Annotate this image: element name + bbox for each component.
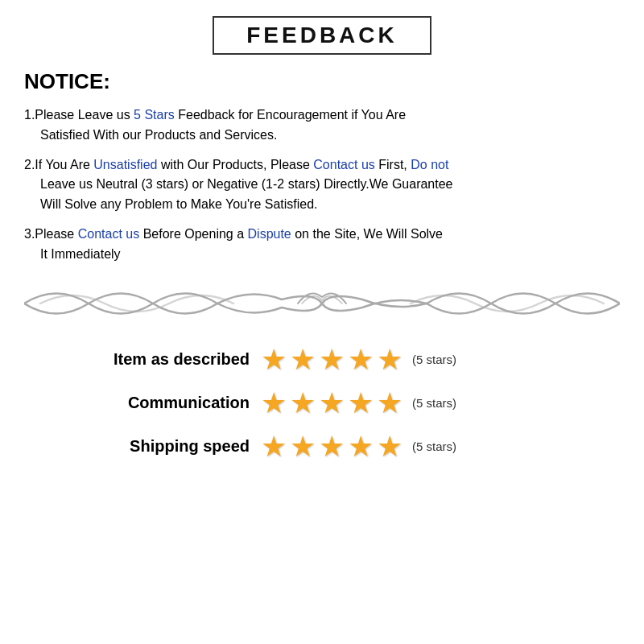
star-3: ★: [319, 432, 345, 461]
star-5: ★: [377, 345, 402, 374]
stars-label-communication: (5 stars): [412, 396, 456, 410]
notice-item-1: 1.Please Leave us 5 Stars Feedback for E…: [24, 105, 620, 146]
notice-2-unsatisfied: Unsatisfied: [93, 158, 157, 171]
notice-list: 1.Please Leave us 5 Stars Feedback for E…: [24, 105, 620, 265]
star-1: ★: [261, 432, 287, 461]
stars-communication: ★ ★ ★ ★ ★ (5 stars): [261, 389, 456, 418]
rating-label-communication: Communication: [40, 394, 250, 412]
star-2: ★: [290, 432, 316, 461]
feedback-header: FEEDBACK: [24, 16, 620, 55]
stars-shipping: ★ ★ ★ ★ ★ (5 stars): [261, 432, 456, 461]
rating-label-item: Item as described: [40, 350, 250, 369]
notice-2-prefix: 2.If You Are: [24, 158, 93, 171]
star-5: ★: [377, 432, 402, 461]
notice-title: NOTICE:: [24, 69, 620, 94]
star-1: ★: [261, 389, 287, 418]
star-3: ★: [319, 345, 345, 374]
star-3: ★: [319, 389, 345, 418]
notice-3-mid1: Before Opening a: [139, 227, 247, 241]
notice-item-3: 3.Please Contact us Before Opening a Dis…: [24, 225, 620, 265]
stars-label-item: (5 stars): [412, 353, 456, 366]
notice-1-indent: Satisfied With our Products and Services…: [40, 126, 620, 146]
stars-item: ★ ★ ★ ★ ★ (5 stars): [261, 345, 456, 374]
notice-1-highlight1: 5 Stars: [134, 108, 175, 122]
notice-1-text: Feedback for Encouragement if You Are: [175, 108, 406, 122]
notice-3-mid2: on the Site, We Will Solve: [291, 227, 443, 241]
notice-2-donot: Do not: [411, 158, 448, 171]
page: FEEDBACK NOTICE: 1.Please Leave us 5 Sta…: [0, 0, 644, 644]
rating-row-item: Item as described ★ ★ ★ ★ ★ (5 stars): [40, 345, 604, 374]
feedback-title: FEEDBACK: [213, 16, 431, 55]
star-5: ★: [377, 389, 402, 418]
ratings-section: Item as described ★ ★ ★ ★ ★ (5 stars) Co…: [24, 345, 620, 461]
decorative-divider: [24, 279, 620, 328]
star-4: ★: [348, 432, 374, 461]
rating-label-shipping: Shipping speed: [40, 437, 250, 456]
notice-item-2: 2.If You Are Unsatisfied with Our Produc…: [24, 155, 620, 215]
star-2: ★: [290, 389, 316, 418]
star-2: ★: [290, 345, 316, 374]
star-4: ★: [348, 345, 374, 374]
star-4: ★: [348, 389, 374, 418]
notice-2-indent2: Will Solve any Problem to Make You're Sa…: [40, 195, 620, 215]
notice-3-dispute: Dispute: [248, 227, 291, 241]
notice-3-contact: Contact us: [78, 227, 139, 241]
divider-svg: [24, 279, 620, 328]
notice-3-indent: It Immediately: [40, 245, 620, 265]
notice-2-indent1: Leave us Neutral (3 stars) or Negative (…: [40, 175, 620, 195]
star-1: ★: [261, 345, 287, 374]
rating-row-shipping: Shipping speed ★ ★ ★ ★ ★ (5 stars): [40, 432, 604, 461]
notice-2-contact: Contact us: [313, 158, 374, 171]
notice-3-prefix: 3.Please: [24, 227, 78, 241]
notice-2-mid2: First,: [375, 158, 411, 171]
notice-1-number: 1.Please Leave us: [24, 108, 134, 122]
rating-row-communication: Communication ★ ★ ★ ★ ★ (5 stars): [40, 389, 604, 418]
stars-label-shipping: (5 stars): [412, 440, 456, 453]
notice-2-mid1: with Our Products, Please: [157, 158, 313, 171]
